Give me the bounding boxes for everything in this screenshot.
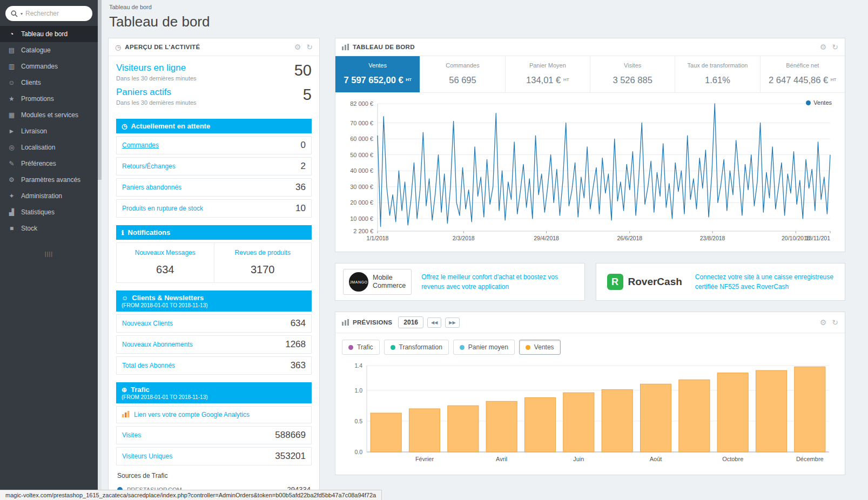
svg-text:23/8/2018: 23/8/2018 xyxy=(700,235,725,241)
sales-chart: 2 200 €10 000 €20 000 €30 000 €40 000 €5… xyxy=(344,98,838,245)
sidebar-item-administration[interactable]: ✦Administration xyxy=(0,188,98,204)
retours-link[interactable]: Retours/Échanges xyxy=(122,163,176,170)
revues-produits-link[interactable]: Revues de produits xyxy=(235,249,291,256)
customers-subtitle: (FROM 2018-01-01 TO 2018-11-13) xyxy=(122,302,306,308)
svg-text:Août: Août xyxy=(650,456,662,462)
svg-text:30 000 €: 30 000 € xyxy=(350,184,373,190)
sidebar-item-catalogue[interactable]: ▤Catalogue xyxy=(0,42,98,58)
tab-label: Ventes xyxy=(534,343,554,351)
active-carts-link[interactable]: Paniers actifs xyxy=(116,87,197,98)
forecast-tab-ventes[interactable]: Ventes xyxy=(519,340,561,355)
search-input[interactable] xyxy=(25,10,87,17)
collapse-icon: |||| xyxy=(45,251,53,257)
rupture-stock-link[interactable]: Produits en rupture de stock xyxy=(122,205,203,212)
activity-panel-icon: ◷ xyxy=(115,44,121,51)
traffic-title: Trafic xyxy=(131,386,150,394)
gear-icon[interactable]: ⚙ xyxy=(820,43,827,51)
customers-title: Clients & Newsletters xyxy=(132,294,204,302)
preferences-icon: ✎ xyxy=(8,160,16,167)
sidebar-item-localisation[interactable]: ◎Localisation xyxy=(0,139,98,156)
dashboard-panel: TABLEAU DE BORD ⚙ ↻ Ventes 7 597 652,00 … xyxy=(335,38,845,252)
rovercash-name: RoverCash xyxy=(628,276,682,288)
sidebar-item-commandes[interactable]: ▥Commandes xyxy=(0,58,98,75)
stock-icon: ■ xyxy=(8,225,16,232)
forecast-prev-button[interactable]: ◀◀ xyxy=(427,317,441,328)
dashboard-panel-title: TABLEAU DE BORD xyxy=(353,44,415,50)
search-icon xyxy=(11,10,18,17)
notif-messages-cell: Nouveaux Messages 634 xyxy=(117,243,214,282)
scrollbar-thumb[interactable] xyxy=(98,0,102,180)
total-abonnes-link[interactable]: Total des Abonnés xyxy=(122,362,175,369)
total-abonnes-value: 363 xyxy=(291,360,306,371)
sidebar-search[interactable]: ▾ xyxy=(5,6,92,21)
sidebar-item-promotions[interactable]: ★Promotions xyxy=(0,91,98,107)
kpi-visites[interactable]: Visites 3 526 885 xyxy=(590,56,675,92)
traffic-row-visites: Visites 588669 xyxy=(116,426,312,444)
notifications-table: Nouveaux Messages 634 Revues de produits… xyxy=(116,242,312,283)
sidebar-item-modules-et-services[interactable]: ▦Modules et services xyxy=(0,107,98,123)
online-visitors-link[interactable]: Visiteurs en ligne xyxy=(116,63,197,73)
nouveaux-abonnements-link[interactable]: Nouveaux Abonnements xyxy=(122,341,193,348)
kpi-label: Panier Moyen xyxy=(508,62,588,69)
gear-icon[interactable]: ⚙ xyxy=(294,43,301,51)
caret-down-icon[interactable]: ▾ xyxy=(21,11,23,16)
svg-text:29/4/2018: 29/4/2018 xyxy=(534,235,559,241)
stats-icon: ▟ xyxy=(8,208,16,216)
svg-text:Décembre: Décembre xyxy=(796,456,824,462)
kpi-taux-transformation[interactable]: Taux de transformation 1.61% xyxy=(675,56,760,92)
sidebar-item-parametres-avances[interactable]: ⚙Paramètres avancés xyxy=(0,172,98,188)
svg-text:20 000 €: 20 000 € xyxy=(350,199,373,206)
sidebar-scrollbar[interactable] xyxy=(98,0,102,500)
pending-section-header: ◷Actuellement en attente xyxy=(116,119,312,133)
commandes-link[interactable]: Commandes xyxy=(122,141,159,149)
visiteurs-uniques-link[interactable]: Visiteurs Uniques xyxy=(122,452,172,460)
promo-rovercash: R RoverCash Connectez votre site à une c… xyxy=(596,263,846,301)
nouveaux-clients-link[interactable]: Nouveaux Clients xyxy=(122,320,173,327)
forecast-next-button[interactable]: ▶▶ xyxy=(445,317,459,328)
globe-icon: ⊕ xyxy=(122,387,127,393)
refresh-icon[interactable]: ↻ xyxy=(832,43,838,51)
rovercash-logo: R RoverCash xyxy=(604,272,685,292)
refresh-icon[interactable]: ↻ xyxy=(832,318,838,327)
kpi-benefice-net[interactable]: Bénéfice net 2 647 445,86 € HT xyxy=(761,56,845,92)
sidebar-item-clients[interactable]: ☺Clients xyxy=(0,75,98,91)
tab-dot xyxy=(348,345,353,350)
google-analytics-link[interactable]: Lien vers votre compte Google Analytics xyxy=(134,411,250,418)
google-analytics-row: Lien vers votre compte Google Analytics xyxy=(116,406,312,423)
forecast-tab-transformation[interactable]: Transformation xyxy=(384,340,449,355)
paniers-abandonnes-link[interactable]: Paniers abandonnés xyxy=(122,184,181,191)
sales-legend[interactable]: Ventes xyxy=(806,99,832,106)
sidebar-collapse-button[interactable]: |||| xyxy=(0,251,98,257)
sidebar-item-preferences[interactable]: ✎Préférences xyxy=(0,156,98,172)
forecast-tabs: Trafic Transformation Panier moyen Vente… xyxy=(335,333,845,357)
forecast-year[interactable]: 2016 xyxy=(398,316,423,328)
kpi-label: Bénéfice net xyxy=(763,62,843,69)
traffic-subtitle: (FROM 2018-01-01 TO 2018-11-13) xyxy=(122,394,306,400)
tab-dot xyxy=(526,345,530,350)
svg-text:Juin: Juin xyxy=(573,456,584,462)
refresh-icon[interactable]: ↻ xyxy=(306,43,313,51)
rovercash-promo-link[interactable]: Connectez votre site à une caisse enregi… xyxy=(695,272,837,292)
notifications-section-header: ℹNotifications xyxy=(116,225,312,240)
forecast-tab-panier-moyen[interactable]: Panier moyen xyxy=(453,340,515,355)
kpi-ventes[interactable]: Ventes 7 597 652,00 € HT xyxy=(335,56,420,92)
revues-produits-value: 3170 xyxy=(218,263,308,276)
sidebar-item-tableau-de-bord[interactable]: ◔Tableau de bord xyxy=(0,26,98,42)
commandes-value: 0 xyxy=(301,140,306,151)
jmango-promo-link[interactable]: Offrez le meilleur confort d'achat et bo… xyxy=(421,272,576,292)
sidebar-item-statistiques[interactable]: ▟Statistiques xyxy=(0,204,98,220)
visites-link[interactable]: Visites xyxy=(122,431,141,439)
kpi-panier-moyen[interactable]: Panier Moyen 134,01 € HT xyxy=(506,56,590,92)
back-icon: ◀◀ xyxy=(431,320,438,325)
svg-text:70 000 €: 70 000 € xyxy=(350,120,373,126)
sidebar-item-livraison[interactable]: ►Livraison xyxy=(0,123,98,139)
forecast-tab-trafic[interactable]: Trafic xyxy=(342,340,380,355)
nouveaux-clients-value: 634 xyxy=(291,318,306,329)
nouveaux-abonnements-value: 1268 xyxy=(285,339,306,350)
kpi-commandes[interactable]: Commandes 56 695 xyxy=(420,56,505,92)
nouveaux-messages-link[interactable]: Nouveaux Messages xyxy=(135,249,196,256)
gear-icon[interactable]: ⚙ xyxy=(820,318,827,327)
sidebar-item-stock[interactable]: ■Stock xyxy=(0,220,98,237)
sidebar-item-label: Administration xyxy=(21,192,62,200)
svg-text:1/1/2018: 1/1/2018 xyxy=(367,235,389,241)
